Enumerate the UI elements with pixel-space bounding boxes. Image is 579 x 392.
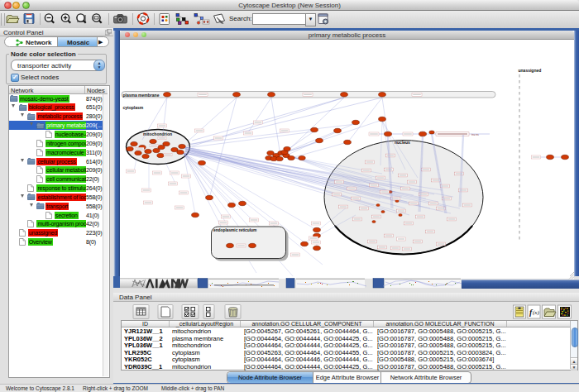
svg-text:(x): (x) [533,309,539,316]
svg-text:nucleus: nucleus [395,140,410,145]
svg-text:cytoplasm: cytoplasm [123,105,144,110]
svg-text:unassigned: unassigned [519,68,542,73]
svg-text:tra ns: tra ns [471,133,479,136]
svg-text:mitochondrion: mitochondrion [143,131,172,136]
svg-text:plasma membrane: plasma membrane [123,93,160,98]
svg-text:endoplasmic reticulum: endoplasmic reticulum [213,228,256,232]
